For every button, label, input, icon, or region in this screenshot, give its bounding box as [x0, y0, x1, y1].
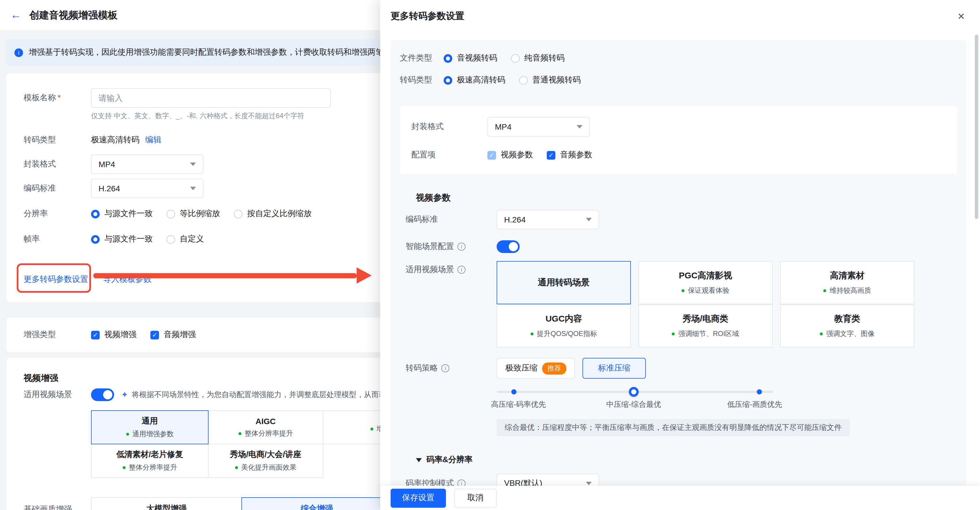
ai-sparkle-icon: ✦ — [121, 390, 128, 400]
strategy-extreme-button[interactable]: 极致压缩推荐 — [496, 358, 575, 379]
base-card-large-model[interactable]: 大模型增强 — [91, 497, 242, 510]
codec-label: 编码标准 — [24, 183, 91, 194]
radio-resolution-custom[interactable]: 按自定义比例缩放 — [234, 209, 312, 219]
scene-card-lowres-restore[interactable]: 低清素材/老片修复 整体分辨率提升 — [91, 444, 208, 478]
checkbox-checked-icon — [547, 151, 555, 159]
slider-label-mid: 中压缩-综合最优 — [606, 399, 662, 410]
collapse-arrow-icon — [416, 458, 422, 462]
file-type-row: 文件类型 音视频转码 纯音频转码 — [400, 49, 957, 67]
scene-card-ugc[interactable]: UGC内容 提升QOS/QOE指标 — [496, 304, 631, 347]
drawer-scrollbar[interactable] — [975, 35, 978, 219]
transcode-type-label: 转码类型 — [400, 75, 444, 85]
checkbox-checked-icon — [150, 330, 159, 339]
bullet-icon — [820, 332, 823, 335]
video-scene-row: 适用视频场景 通用转码场景 PGC高清影视 保证观看体验 高清素材 维持较高画质… — [406, 261, 957, 347]
slider-stop-high-compression[interactable] — [511, 389, 517, 394]
close-icon[interactable]: ✕ — [957, 11, 965, 22]
container-format-select[interactable]: MP4 — [487, 117, 590, 137]
scene-card-pgc-hd[interactable]: PGC高清影视 保证观看体验 — [638, 261, 773, 304]
drawer-body: 文件类型 音视频转码 纯音频转码 转码类型 极速高清转码 普通视频转码 封装格式… — [391, 40, 966, 510]
more-transcode-params-drawer: 更多转码参数设置 ✕ 文件类型 音视频转码 纯音频转码 转码类型 极速高清转码 … — [380, 0, 980, 510]
container-format-row: 封装格式 MP4 — [411, 116, 945, 137]
info-icon[interactable] — [457, 266, 466, 274]
banner-text: 增强基于转码实现，因此使用增强功能需要同时配置转码参数和增强参数，计费收取转码和… — [29, 47, 440, 57]
bullet-icon — [370, 427, 373, 430]
template-name-input[interactable] — [91, 88, 331, 108]
drawer-title: 更多转码参数设置 — [391, 10, 465, 22]
radio-av-transcode[interactable]: 音视频转码 — [444, 53, 497, 64]
cancel-button[interactable]: 取消 — [454, 488, 496, 507]
checkbox-audio-params[interactable]: 音频参数 — [547, 150, 592, 160]
radio-dot — [444, 76, 452, 84]
save-settings-button[interactable]: 保存设置 — [391, 488, 446, 507]
codec-row: 编码标准 H.264 — [406, 209, 957, 230]
radio-dot — [519, 76, 528, 84]
slider-note: 综合最优：压缩程度中等；平衡压缩率与画质，在保证主观画质没有明显降低的情况下尽可… — [496, 419, 850, 436]
checkbox-video-enhance[interactable]: 视频增强 — [91, 330, 137, 340]
radio-dot — [167, 209, 175, 218]
smart-scene-label: 智能场景配置 — [406, 241, 496, 252]
transcode-type-value: 极速高清转码 — [91, 135, 139, 145]
resolution-label: 分辨率 — [24, 209, 91, 219]
bullet-icon — [530, 332, 533, 335]
codec-select[interactable]: H.264 — [496, 210, 599, 230]
slider-stop-low-compression[interactable] — [757, 389, 762, 394]
radio-dot — [167, 235, 175, 244]
strategy-label: 转码策略 — [406, 363, 496, 373]
scene-card-aigc[interactable]: AIGC 整体分辨率提升 — [208, 410, 323, 444]
compression-slider[interactable]: 高压缩-码率优先 中压缩-综合最优 低压缩-画质优先 — [496, 384, 791, 412]
import-template-params-link[interactable]: 导入模板参数 — [103, 274, 151, 285]
radio-dot — [511, 54, 520, 62]
scene-card-hd-material[interactable]: 高清素材 维持较高画质 — [780, 261, 914, 304]
edit-link[interactable]: 编辑 — [145, 135, 161, 145]
radio-normal-transcode[interactable]: 普通视频转码 — [519, 75, 581, 85]
slider-note-wrap: 综合最优：压缩程度中等；平衡压缩率与画质，在保证主观画质没有明显降低的情况下尽可… — [496, 412, 957, 436]
config-items-row: 配置项 视频参数 音频参数 — [411, 147, 945, 164]
ai-note-text: 将根据不同场景特性，为您自动配置增强能力，并调整底层处理模型，从而获得更好的 — [132, 390, 416, 400]
back-icon[interactable]: ← — [10, 9, 21, 21]
info-icon[interactable] — [441, 364, 449, 372]
strategy-standard-button[interactable]: 标准压缩 — [582, 358, 646, 379]
slider-label-low: 低压缩-画质优先 — [727, 399, 783, 410]
radio-resolution-proportional[interactable]: 等比例缩放 — [167, 209, 220, 219]
checkbox-checked-icon — [487, 151, 496, 159]
radio-audio-only-transcode[interactable]: 纯音频转码 — [511, 53, 565, 64]
framerate-label: 帧率 — [24, 234, 91, 244]
info-icon[interactable] — [457, 242, 466, 251]
screen: ← 创建音视频增强模板 增强基于转码实现，因此使用增强功能需要同时配置转码参数和… — [0, 0, 980, 510]
radio-fast-hd-transcode[interactable]: 极速高清转码 — [444, 75, 505, 85]
container-format-select[interactable]: MP4 — [91, 155, 204, 174]
container-format-label: 封装格式 — [411, 121, 487, 132]
strategy-row: 转码策略 极致压缩推荐 标准压缩 — [406, 358, 957, 379]
bullet-icon — [672, 332, 675, 335]
drawer-footer: 保存设置 取消 — [380, 486, 980, 510]
bullet-icon — [823, 289, 826, 292]
scene-card-education[interactable]: 教育类 强调文字、图像 — [780, 304, 914, 347]
video-scene-label: 适用视频场景 — [406, 261, 496, 275]
radio-dot — [91, 209, 100, 218]
bullet-icon — [235, 466, 238, 469]
container-config-card: 封装格式 MP4 配置项 视频参数 音频参数 — [400, 106, 957, 174]
bitrate-section-toggle[interactable]: 码率&分辨率 — [416, 455, 957, 465]
slider-label-high: 高压缩-码率优先 — [491, 399, 546, 410]
base-card-comprehensive[interactable]: 综合增强 — [242, 497, 392, 510]
radio-resolution-same-as-source[interactable]: 与源文件一致 — [91, 209, 153, 219]
radio-framerate-custom[interactable]: 自定义 — [167, 234, 204, 244]
required-mark: * — [57, 93, 61, 102]
scene-card-general-transcode[interactable]: 通用转码场景 — [496, 261, 631, 304]
scene-card-general[interactable]: 通用 通用增强参数 — [91, 410, 208, 444]
page-title: 创建音视频增强模板 — [29, 8, 118, 22]
smart-scene-toggle[interactable] — [496, 240, 520, 253]
scene-toggle[interactable] — [91, 389, 114, 401]
more-transcode-params-link[interactable]: 更多转码参数设置 — [24, 274, 88, 285]
radio-framerate-same-as-source[interactable]: 与源文件一致 — [91, 234, 153, 244]
drawer-header: 更多转码参数设置 ✕ — [380, 0, 980, 32]
scene-card-show-ecommerce[interactable]: 秀场/电商类 强调细节、ROI区域 — [638, 304, 773, 347]
video-scene-grid: 通用转码场景 PGC高清影视 保证观看体验 高清素材 维持较高画质 UGC内容 … — [496, 261, 914, 347]
codec-select[interactable]: H.264 — [91, 178, 204, 198]
checkbox-audio-enhance[interactable]: 音频增强 — [150, 330, 196, 340]
radio-dot — [234, 209, 243, 218]
bullet-icon — [126, 432, 129, 435]
slider-handle[interactable] — [629, 387, 639, 397]
scene-card-show-ecommerce[interactable]: 秀场/电商/大会/讲座 美化提升画面效果 — [208, 444, 323, 478]
